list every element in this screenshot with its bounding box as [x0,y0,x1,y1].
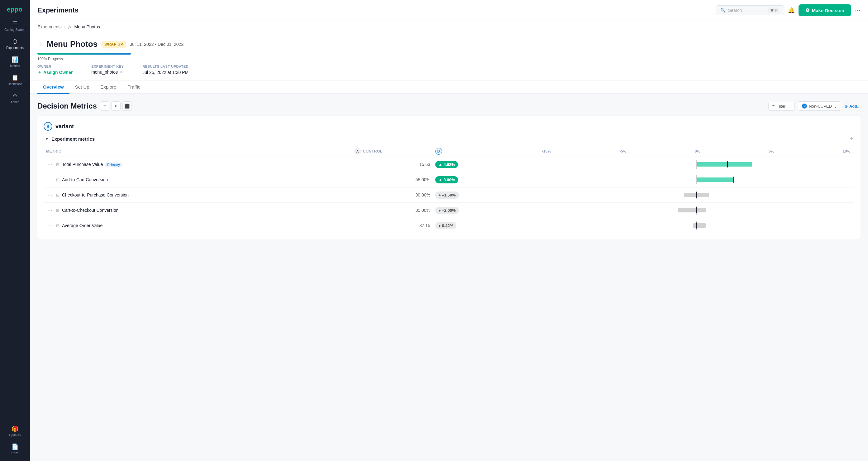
non-cuped-badge: ✕ [802,104,807,109]
non-cuped-button[interactable]: ✕ Non-CUPED ⌄ [798,102,841,111]
search-icon: 🔍 [720,8,725,13]
metric-cell-cart-to-checkout: ⋯ ⊞ Cart-to-Checkout Conversion [43,203,352,218]
control-value-average-order-value: 37.15 [352,218,433,233]
assign-owner-button[interactable]: ＋ Assign Owner [37,69,72,75]
dm-icon-table[interactable]: ≡ [100,102,110,111]
tab-overview[interactable]: Overview [37,81,69,94]
sidebar-item-metrics[interactable]: 📊 Metrics [0,52,30,70]
metrics-table: Metric A control B -10% -5% [43,146,854,233]
sidebar-item-getting-started[interactable]: ☰ Getting Started [0,16,30,34]
table-row: ⋯ ⊞ Add-to-Cart Conversion 55.00% ▲ 8.00… [43,172,854,188]
metric-more-button-average-order-value[interactable]: ⋯ [46,223,54,229]
results-group: RESULTS LAST UPDATED Jul 25, 2022 at 1:3… [143,64,188,75]
variant-header: B variant [43,122,854,131]
table-row: ⋯ ⊞ Total Purchase Value Primary 15.63 ▲… [43,157,854,172]
dm-toolbar-icons: ≡ ✦ ⬛ [100,102,132,111]
make-decision-button[interactable]: ⚙ Make Decision [799,4,851,16]
add-metric-button[interactable]: ⊕ Add... [844,104,861,109]
change-badge-cart-to-checkout: ● –2.00% [435,207,459,214]
breadcrumb-experiments-link[interactable]: Experiments [37,24,62,29]
tabs: Overview Set Up Explore Traffic [30,81,868,94]
sidebar-item-admin[interactable]: ⚙ Admin [0,89,30,107]
dm-icon-grid[interactable]: ⬛ [122,102,132,111]
change-badge-add-to-cart: ▲ 8.00% [435,176,458,183]
experiments-icon: ⬡ [12,38,18,45]
metric-more-button-add-to-cart[interactable]: ⋯ [46,177,54,183]
table-row: ⋯ ⊞ Checkout-to-Purchase Conversion 90.0… [43,188,854,203]
variant-value-add-to-cart: ▲ 8.00% [433,172,538,188]
control-value-checkout-to-purchase: 90.00% [352,188,433,203]
sidebar-item-updates[interactable]: 🎁 Updates [0,422,30,439]
filter-button[interactable]: ≡ Filter ⌄ [768,102,795,111]
add-experiment-metric-button[interactable]: + [849,136,853,142]
non-cuped-chevron-icon: ⌄ [834,104,837,109]
variant-badge: B [43,122,52,131]
logo: eppo [7,0,23,16]
experiment-metrics-header: ▼ Experiment metrics + [43,136,854,142]
sidebar-item-docs[interactable]: 📄 Docs [0,439,30,457]
tab-setup[interactable]: Set Up [69,81,95,94]
variant-name: variant [56,123,74,130]
breadcrumb-current: Menu Photos [74,24,100,29]
dm-icon-sparkle[interactable]: ✦ [111,102,121,111]
experiment-header: ☆ Menu Photos WRAP UP Jul 11, 2022 - Dec… [30,33,868,61]
metric-name-average-order-value: Average Order Value [62,223,102,228]
svg-text:eppo: eppo [7,5,23,12]
owner-group: OWNER ＋ Assign Owner [37,64,72,75]
metric-icon-checkout-to-purchase: ⊞ [56,193,60,197]
definitions-icon: 📋 [11,74,19,81]
table-header-row: Metric A control B -10% -5% [43,146,854,157]
metric-icon-average-order-value: ⊞ [56,223,60,228]
search-box[interactable]: 🔍 Search ⌘ K [716,5,784,15]
filter-icon: ≡ [772,104,775,109]
metric-icon-cart-to-checkout: ⊞ [56,208,60,213]
table-row: ⋯ ⊞ Average Order Value 37.15 ● 0.42% [43,218,854,233]
tab-explore[interactable]: Explore [95,81,122,94]
experiment-key-group: EXPERIMENT KEY menu_photos ✏ [91,64,124,75]
admin-icon: ⚙ [12,92,18,99]
chart-cell-add-to-cart [538,172,854,188]
tab-traffic[interactable]: Traffic [122,81,146,94]
more-options-icon[interactable]: ⋯ [855,7,861,14]
table-row: ⋯ ⊞ Cart-to-Checkout Conversion 85.00% ●… [43,203,854,218]
content-area: Decision Metrics ≡ ✦ ⬛ ≡ Filter ⌄ ✕ Non-… [30,94,868,461]
make-decision-icon: ⚙ [805,7,809,13]
page-title: Experiments [37,6,79,15]
meta-row: OWNER ＋ Assign Owner EXPERIMENT KEY menu… [30,61,868,81]
change-badge-total-purchase-value: ▲ 4.68% [435,161,458,168]
metric-more-button-total-purchase-value[interactable]: ⋯ [46,162,54,168]
star-icon[interactable]: ☆ [37,40,43,48]
chart-cell-average-order-value [538,218,854,233]
change-badge-average-order-value: ● 0.42% [435,222,457,229]
edit-key-icon[interactable]: ✏ [120,70,123,75]
experiment-title: Menu Photos [47,39,97,49]
metric-name-total-purchase-value: Total Purchase Value [62,162,103,167]
variant-section: B variant ▼ Experiment metrics + Metric [37,116,861,239]
sidebar: eppo ☰ Getting Started ⬡ Experiments 📊 M… [0,0,30,461]
collapse-icon[interactable]: ▼ [45,137,49,141]
variant-value-average-order-value: ● 0.42% [433,218,538,233]
breadcrumb-separator: › [64,24,66,29]
variant-value-checkout-to-purchase: ● –1.50% [433,188,538,203]
sidebar-item-experiments[interactable]: ⬡ Experiments [0,34,30,52]
topbar-right: 🔍 Search ⌘ K 🔔 ⚙ Make Decision ⋯ [716,4,861,16]
experiment-key-row: menu_photos ✏ [91,69,124,75]
metric-icon-total-purchase-value: ⊞ [56,162,60,167]
metric-more-button-cart-to-checkout[interactable]: ⋯ [46,207,54,213]
metric-cell-checkout-to-purchase: ⋯ ⊞ Checkout-to-Purchase Conversion [43,188,352,203]
breadcrumb: Experiments › △ Menu Photos [30,21,868,33]
metric-icon-add-to-cart: ⊞ [56,177,60,182]
results-label: RESULTS LAST UPDATED [143,64,188,68]
metric-more-button-checkout-to-purchase[interactable]: ⋯ [46,192,54,198]
control-value-cart-to-checkout: 85.00% [352,203,433,218]
experiment-icon: △ [68,24,72,30]
metric-name-add-to-cart: Add-to-Cart Conversion [62,177,108,182]
owner-label: OWNER [37,64,72,68]
th-chart: -10% -5% 0% 5% 10% [538,146,854,157]
assign-owner-plus-icon: ＋ [37,69,42,75]
sidebar-item-definitions[interactable]: 📋 Definitions [0,70,30,89]
getting-started-icon: ☰ [12,20,18,27]
decision-metrics-header: Decision Metrics ≡ ✦ ⬛ ≡ Filter ⌄ ✕ Non-… [37,102,861,111]
decision-metrics-title: Decision Metrics ≡ ✦ ⬛ [37,102,132,111]
notification-bell-icon[interactable]: 🔔 [788,7,795,14]
